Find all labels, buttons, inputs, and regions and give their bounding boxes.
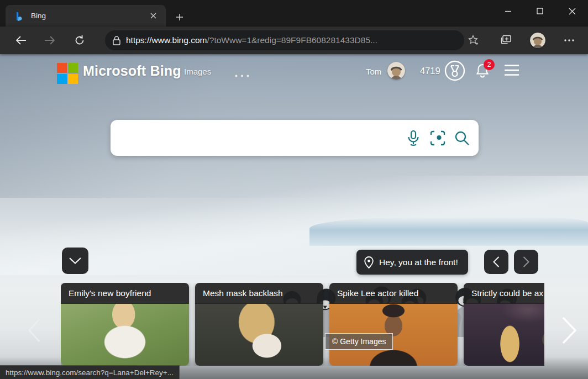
news-card-image — [195, 303, 323, 366]
url-domain: https://www.bing.com — [126, 35, 207, 45]
title-bar: Bing — [0, 0, 588, 27]
news-card[interactable]: Strictly could be ax — [464, 283, 544, 366]
news-card[interactable]: Spike Lee actor killed © Getty Images — [329, 283, 458, 366]
minimize-button[interactable] — [492, 0, 524, 22]
chevron-down-icon — [69, 257, 81, 264]
hotspot-next-button[interactable] — [514, 250, 538, 274]
close-window-button[interactable] — [556, 0, 588, 22]
collections-button[interactable] — [498, 33, 514, 48]
voice-search-icon[interactable] — [401, 126, 426, 150]
browser-profile-avatar[interactable] — [530, 33, 545, 48]
nav-images-link[interactable]: Images — [184, 67, 211, 76]
navigation-bar: https://www.bing.com/?toWww=1&redig=89F9… — [0, 27, 588, 54]
nav-more-button[interactable] — [235, 70, 249, 79]
news-card[interactable]: Emily's new boyfriend — [61, 283, 189, 366]
chevron-right-icon — [523, 256, 529, 267]
rewards-icon[interactable] — [444, 60, 465, 83]
address-bar[interactable]: https://www.bing.com/?toWww=1&redig=89F9… — [105, 30, 464, 50]
bing-favicon-icon — [14, 11, 24, 21]
news-card-title: Spike Lee actor killed — [329, 283, 458, 304]
tab-title: Bing — [31, 12, 146, 20]
brand-title[interactable]: Microsoft Bing — [83, 63, 181, 79]
new-tab-button[interactable] — [172, 10, 187, 24]
visual-search-icon[interactable] — [426, 126, 450, 150]
search-submit-icon[interactable] — [450, 126, 474, 150]
browser-menu-button[interactable] — [561, 33, 577, 48]
image-credit-badge: © Getty Images — [325, 333, 393, 350]
user-avatar[interactable] — [387, 62, 405, 80]
window-controls — [492, 0, 588, 27]
status-url-tooltip: https://www.bing.com/search?q=Lana+Del+R… — [0, 365, 180, 379]
news-card-image — [464, 303, 544, 366]
refresh-button[interactable] — [72, 33, 87, 48]
rewards-points[interactable]: 4719 — [420, 66, 440, 76]
news-card-title: Emily's new boyfriend — [61, 283, 189, 304]
news-card[interactable]: Mesh mask backlash — [195, 283, 323, 366]
forward-button[interactable] — [42, 33, 57, 48]
browser-tab-bing[interactable]: Bing — [6, 5, 166, 27]
hamburger-menu-button[interactable] — [504, 64, 519, 78]
news-card-image — [61, 303, 189, 366]
news-card-title: Mesh mask backlash — [195, 283, 323, 304]
chevron-left-icon — [493, 256, 500, 267]
search-input[interactable] — [111, 120, 401, 156]
tab-close-button[interactable] — [146, 9, 160, 23]
carousel-prev-button[interactable] — [23, 316, 45, 345]
favorites-star-button[interactable] — [466, 33, 481, 48]
location-pin-icon — [364, 256, 374, 269]
bing-header: Microsoft Bing Images Tom 4719 — [0, 54, 588, 88]
browser-window: Bing — [0, 0, 588, 379]
chevron-right-icon — [561, 317, 577, 344]
carousel-next-button[interactable] — [557, 315, 581, 346]
back-button[interactable] — [13, 33, 29, 48]
url-path: /?toWww=1&redig=89F9FB608281433D85... — [207, 35, 377, 45]
maximize-button[interactable] — [524, 0, 556, 22]
chevron-left-icon — [28, 318, 41, 343]
tooltip-text: Hey, you at the front! — [379, 257, 458, 267]
user-name[interactable]: Tom — [366, 67, 381, 76]
image-hotspot-tooltip[interactable]: Hey, you at the front! — [356, 250, 468, 275]
hotspot-prev-button[interactable] — [484, 250, 508, 274]
microsoft-logo-icon[interactable] — [57, 63, 78, 84]
image-info-expand-button[interactable] — [62, 248, 88, 274]
news-carousel: Emily's new boyfriend Mesh mask backlash… — [61, 283, 544, 366]
lock-icon — [113, 36, 120, 45]
notification-badge: 2 — [484, 59, 495, 70]
news-card-title: Strictly could be ax — [464, 283, 544, 304]
url-text[interactable]: https://www.bing.com/?toWww=1&redig=89F9… — [126, 35, 458, 45]
search-box — [111, 120, 479, 156]
